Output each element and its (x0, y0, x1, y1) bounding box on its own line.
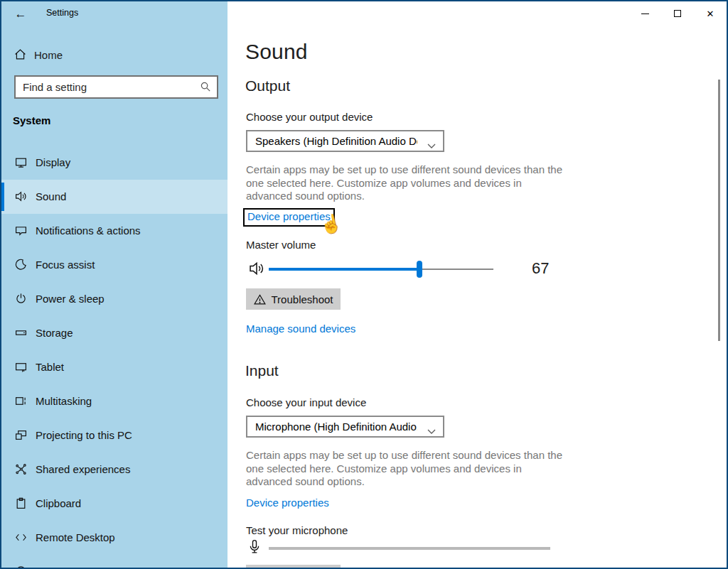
hand-cursor-icon: ☝ (318, 212, 344, 237)
minimize-icon (641, 13, 649, 14)
multitasking-icon (15, 395, 27, 407)
search-box[interactable] (14, 75, 218, 99)
input-device-value: Microphone (High Definition Audio... (255, 421, 417, 433)
chevron-down-icon (427, 139, 436, 152)
notifications-icon (15, 224, 27, 237)
output-device-dropdown[interactable]: Speakers (High Definition Audio Dev... (246, 130, 444, 152)
output-heading: Output (245, 77, 290, 94)
storage-icon (15, 327, 27, 339)
sidebar-item-clipboard[interactable]: Clipboard (1, 487, 228, 521)
sidebar-item-power-sleep[interactable]: Power & sleep (1, 282, 228, 316)
input-note: Certain apps may be set up to use differ… (246, 449, 566, 489)
sidebar-item-label: Display (36, 156, 70, 168)
sidebar-item-focus-assist[interactable]: Focus assist (1, 248, 228, 282)
sidebar-item-label: Remote Desktop (36, 531, 115, 543)
sidebar-item-label: Notifications & actions (36, 224, 141, 237)
display-icon (15, 156, 27, 168)
master-volume-label: Master volume (246, 239, 316, 251)
maximize-icon (674, 10, 681, 17)
remote-icon (15, 531, 27, 543)
master-volume-slider[interactable] (269, 261, 493, 278)
sidebar-item-label: Power & sleep (36, 293, 105, 305)
output-note: Certain apps may be set up to use differ… (246, 163, 566, 203)
sidebar-item-sound[interactable]: Sound (1, 180, 228, 214)
chevron-down-icon (427, 425, 436, 438)
sidebar-item-label: Focus assist (36, 259, 95, 271)
speaker-volume-icon[interactable] (249, 261, 264, 276)
titlebar: ← Settings (1, 1, 228, 27)
microphone-icon (247, 539, 262, 555)
search-icon[interactable] (200, 81, 211, 92)
main-content: Sound Output Choose your output device S… (228, 1, 727, 568)
output-device-value: Speakers (High Definition Audio Dev... (255, 135, 417, 147)
volume-value: 67 (532, 259, 549, 278)
sound-icon (15, 190, 27, 202)
sidebar-item-projecting-to-this-pc[interactable]: Projecting to this PC (1, 418, 228, 453)
input-device-dropdown[interactable]: Microphone (High Definition Audio... (246, 416, 444, 438)
test-microphone-label: Test your microphone (246, 524, 348, 536)
power-icon (15, 293, 27, 305)
troubleshoot-button[interactable]: Troubleshoot (246, 288, 341, 310)
search-input[interactable] (23, 77, 193, 97)
clipboard-icon (15, 497, 27, 509)
projecting-icon (15, 429, 27, 441)
microphone-level-meter (269, 547, 550, 550)
input-device-properties-link[interactable]: Device properties (246, 497, 329, 509)
input-troubleshoot-button-partial[interactable] (246, 565, 341, 569)
close-button[interactable]: ✕ (694, 1, 727, 26)
home-icon (14, 48, 26, 60)
sidebar-item-storage[interactable]: Storage (1, 316, 228, 350)
sidebar-item-about[interactable]: About (1, 555, 228, 569)
sidebar-item-tablet[interactable]: Tablet (1, 350, 228, 384)
focus-icon (15, 259, 27, 271)
page-title: Sound (245, 40, 308, 64)
sidebar-item-remote-desktop[interactable]: Remote Desktop (1, 521, 228, 555)
sidebar-nav: DisplaySoundNotifications & actionsFocus… (1, 146, 228, 569)
home-label: Home (34, 49, 63, 61)
sidebar-item-label: Sound (36, 190, 66, 202)
sidebar-item-label: Storage (36, 327, 73, 339)
warning-icon (254, 293, 266, 305)
input-device-label: Choose your input device (246, 396, 366, 408)
minimize-button[interactable] (628, 1, 661, 26)
sidebar: ← Settings Home System DisplaySoundNotif… (1, 1, 228, 568)
sidebar-item-notifications-actions[interactable]: Notifications & actions (1, 214, 228, 248)
output-device-label: Choose your output device (246, 111, 373, 123)
shared-icon (15, 463, 27, 475)
back-button[interactable]: ← (11, 6, 30, 23)
sidebar-item-label: Shared experiences (36, 463, 130, 475)
troubleshoot-label: Troubleshoot (272, 293, 333, 305)
app-title: Settings (46, 8, 78, 18)
close-icon: ✕ (707, 9, 714, 18)
maximize-button[interactable] (661, 1, 694, 26)
manage-sound-devices-link[interactable]: Manage sound devices (246, 323, 355, 335)
back-arrow-icon: ← (15, 7, 27, 21)
settings-window: ← Settings Home System DisplaySoundNotif… (0, 0, 728, 569)
sidebar-item-display[interactable]: Display (1, 146, 228, 180)
slider-fill (269, 268, 419, 271)
window-controls: ✕ (628, 1, 727, 26)
sidebar-item-home[interactable]: Home (1, 44, 228, 68)
sidebar-item-label: Multitasking (36, 395, 92, 407)
sidebar-item-label: About (36, 565, 63, 569)
sidebar-item-label: Projecting to this PC (36, 429, 132, 441)
tablet-icon (15, 361, 27, 373)
sidebar-item-shared-experiences[interactable]: Shared experiences (1, 453, 228, 487)
sidebar-item-label: Clipboard (36, 497, 81, 509)
input-heading: Input (245, 362, 279, 379)
sidebar-item-multitasking[interactable]: Multitasking (1, 384, 228, 418)
sidebar-section-system: System (13, 114, 50, 126)
slider-thumb[interactable] (417, 261, 422, 278)
about-icon (15, 565, 27, 569)
sidebar-item-label: Tablet (36, 361, 64, 373)
vertical-scrollbar[interactable] (718, 80, 720, 341)
